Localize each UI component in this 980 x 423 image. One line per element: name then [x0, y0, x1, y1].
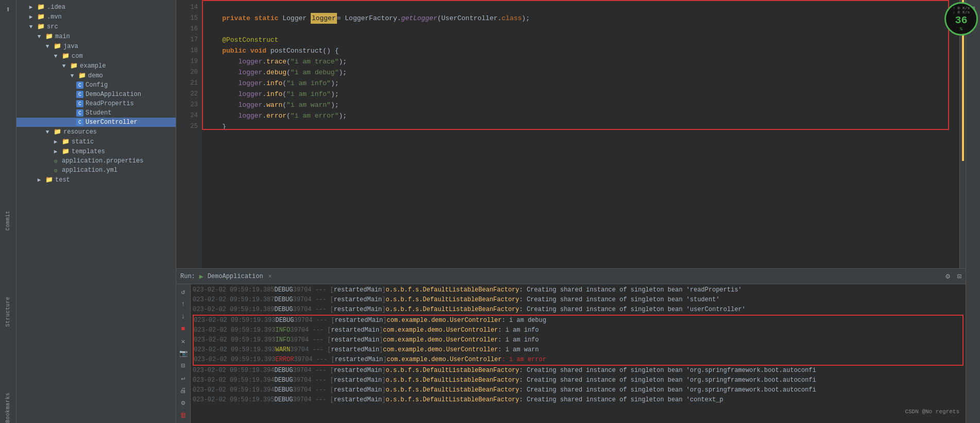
folder-icon-mvn: 📁	[37, 13, 45, 21]
tree-item-mvn[interactable]: ▶ 📁 .mvn	[16, 12, 176, 22]
run-tab-label[interactable]: DemoApplication	[208, 273, 263, 280]
folder-icon-test: 📁	[45, 176, 53, 184]
folder-icon-idea: 📁	[37, 3, 45, 11]
tree-item-java[interactable]: ▼ 📁 java	[16, 41, 176, 51]
run-tab-close-icon[interactable]: ×	[268, 273, 272, 280]
code-line-15: private static Logger logger = LoggerFac…	[206, 13, 955, 24]
folder-icon-static: 📁	[62, 138, 70, 145]
tree-item-templates[interactable]: ▶ 📁 templates	[16, 147, 176, 156]
tree-label-usercontroller: UserController	[86, 119, 138, 126]
arrow-down-icon-com: ▼	[52, 53, 60, 59]
tree-item-main[interactable]: ▼ 📁 main	[16, 31, 176, 41]
gear-run-button[interactable]: ⚙	[178, 397, 189, 409]
arrow-down-icon-java: ▼	[43, 43, 52, 50]
log-line-12: 023-02-02 09:59:19.395 DEBUG 39704 --- […	[193, 395, 964, 405]
download-speed: ↓ 0 K/s	[953, 10, 970, 14]
log-line-4: 023-02-02 09:59:19.393 DEBUG 39704 --- […	[194, 316, 962, 326]
filter-button[interactable]: ⊟	[178, 360, 189, 371]
code-line-18: public void postConstruct () {	[206, 45, 955, 56]
commit-label: Commit	[5, 210, 11, 231]
arrow-right-icon-static: ▶	[52, 138, 60, 145]
java-class-icon-demo: C	[76, 91, 83, 98]
tree-item-usercontroller[interactable]: C UserController	[16, 118, 176, 127]
stop-button[interactable]: ■	[178, 323, 189, 335]
close-run-button[interactable]: ✕	[178, 336, 189, 347]
tree-item-student[interactable]: C Student	[16, 108, 176, 118]
arrow-right-icon-templates: ▶	[52, 148, 60, 155]
tree-item-readpropertis[interactable]: C ReadPropertis	[16, 99, 176, 108]
log-line-11: 023-02-02 09:59:19.394 DEBUG 39704 --- […	[193, 385, 964, 395]
tree-label-example: example	[80, 62, 106, 70]
tree-item-com[interactable]: ▼ 📁 com	[16, 51, 176, 61]
run-log[interactable]: 023-02-02 09:59:19.385 DEBUG 39704 --- […	[191, 284, 966, 418]
tree-item-resources[interactable]: ▼ 📁 resources	[16, 127, 176, 137]
java-class-icon-read: C	[76, 100, 83, 107]
tree-label-main: main	[55, 33, 70, 40]
tree-label-static: static	[72, 138, 94, 145]
log-line-1: 023-02-02 09:59:19.385 DEBUG 39704 --- […	[193, 285, 964, 295]
arrow-down-icon-main: ▼	[35, 34, 43, 40]
delete-button[interactable]: 🗑	[178, 410, 189, 421]
run-panel: Run: ▶ DemoApplication × ⚙ ⊡ ↺ ↑ ↓ ■ ✕ 📷…	[176, 268, 966, 423]
line-numbers: 14 15 16 17 18 19 20 21 22 23 24 25	[176, 0, 202, 268]
right-sidebar: ⊞ ≡	[966, 0, 980, 423]
arrow-right-icon-mvn: ▶	[27, 13, 35, 20]
tree-item-src[interactable]: ▼ 📁 src	[16, 22, 176, 31]
rerun-button[interactable]: ↺	[178, 286, 189, 298]
run-body: ↺ ↑ ↓ ■ ✕ 📷 ⊟ ↵ 🖨 ⚙ 🗑 023-02-02 09:59:19…	[176, 284, 966, 423]
speed-unit: %	[960, 27, 962, 32]
tree-item-appyml[interactable]: ⚙ application.yml	[16, 166, 176, 175]
log-line-5: 023-02-02 09:59:19.393 INFO 39704 --- [ …	[194, 326, 962, 335]
bookmarks-label: Bookmarks	[5, 393, 11, 423]
log-line-2: 023-02-02 09:59:19.387 DEBUG 39704 --- […	[193, 295, 964, 305]
print-button[interactable]: 🖨	[178, 385, 189, 396]
commit-icon: ⬆	[6, 5, 10, 14]
arrow-down-icon-src: ▼	[27, 24, 35, 30]
tree-label-src: src	[47, 23, 58, 30]
code-line-14	[206, 2, 955, 13]
log-line-8: 023-02-02 09:59:19.393 ERROR 39704 --- […	[194, 355, 962, 365]
tree-label-demo: demo	[88, 72, 103, 79]
tree-item-config[interactable]: C Config	[16, 80, 176, 90]
run-external-icon[interactable]: ⊡	[957, 272, 961, 281]
code-editor[interactable]: 14 15 16 17 18 19 20 21 22 23 24 25	[176, 0, 966, 268]
appyml-icon: ⚙	[52, 167, 60, 174]
code-content[interactable]: private static Logger logger = LoggerFac…	[202, 0, 959, 268]
code-line-24: logger . error ( "i am error" );	[206, 110, 955, 121]
code-line-20: logger . debug ( "i am debug" );	[206, 67, 955, 78]
java-class-icon-usercontroller: C	[76, 119, 83, 126]
commit-button[interactable]: ⬆	[1, 2, 15, 17]
log-line-7: 023-02-02 09:59:19.393 WARN 39704 --- [ …	[194, 345, 962, 355]
arrow-right-icon-test: ▶	[35, 176, 43, 183]
left-sidebar: ⬆ Commit Structure Bookmarks	[0, 0, 16, 423]
tree-label-readpropertis: ReadPropertis	[86, 100, 134, 107]
tree-item-idea[interactable]: ▶ 📁 .idea	[16, 2, 176, 12]
scroll-up-button[interactable]: ↑	[178, 299, 189, 310]
code-line-22: logger . info ( "i am info" );	[206, 89, 955, 100]
editor-area: 14 15 16 17 18 19 20 21 22 23 24 25	[176, 0, 966, 268]
tree-item-test[interactable]: ▶ 📁 test	[16, 175, 176, 185]
editor-scrollbar[interactable]	[959, 0, 966, 268]
run-settings-icon[interactable]: ⚙	[945, 272, 950, 281]
wrap-button[interactable]: ↵	[178, 372, 189, 384]
tree-item-example[interactable]: ▼ 📁 example	[16, 61, 176, 71]
speed-widget: ↑ 0 K/s ↓ 0 K/s 36 %	[944, 2, 978, 36]
code-line-19: logger . trace ( "i am trace" );	[206, 56, 955, 67]
camera-button[interactable]: 📷	[178, 348, 189, 360]
tree-item-demo[interactable]: ▼ 📁 demo	[16, 71, 176, 80]
run-panel-header: Run: ▶ DemoApplication × ⚙ ⊡	[176, 269, 966, 284]
scroll-down-button[interactable]: ↓	[178, 311, 189, 322]
project-panel: ▶ 📁 .idea ▶ 📁 .mvn ▼ 📁 src ▼ 📁 main ▼ 📁 …	[16, 0, 176, 423]
tree-item-static[interactable]: ▶ 📁 static	[16, 137, 176, 147]
tree-item-appprops[interactable]: ⚙ application.properties	[16, 156, 176, 166]
log-line-10: 023-02-02 09:59:19.394 DEBUG 39704 --- […	[193, 376, 964, 385]
code-line-16	[206, 24, 955, 35]
tree-item-demoapplication[interactable]: C DemoApplication	[16, 90, 176, 99]
log-line-3: 023-02-02 09:59:19.389 DEBUG 39704 --- […	[193, 305, 964, 315]
code-line-25: }	[206, 121, 955, 132]
folder-icon-java: 📁	[54, 42, 61, 50]
run-log-wrapper: 023-02-02 09:59:19.385 DEBUG 39704 --- […	[191, 284, 966, 423]
tree-label-student: Student	[86, 109, 111, 117]
log-line-9: 023-02-02 09:59:19.394 DEBUG 39704 --- […	[193, 366, 964, 376]
csdn-watermark: CSDN @No regrets	[193, 407, 964, 417]
